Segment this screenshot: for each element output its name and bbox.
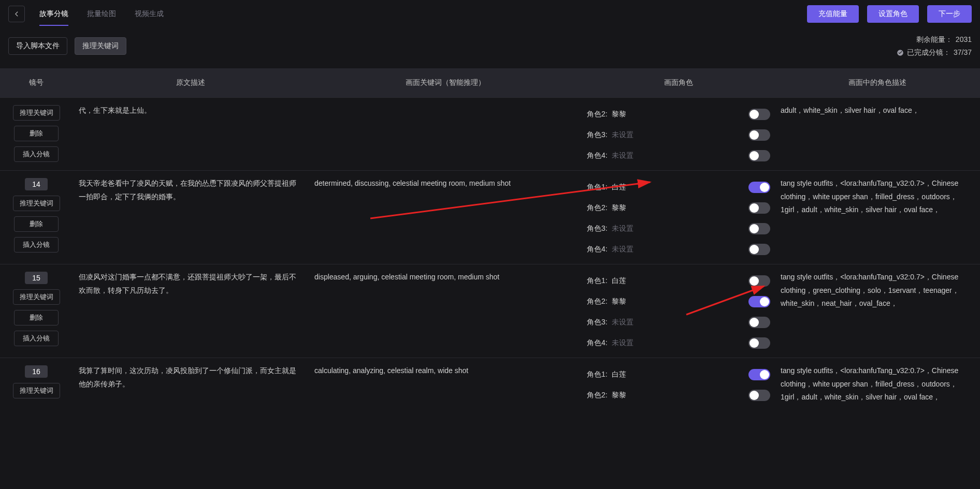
role-label: 角色3: 未设置 [587, 224, 633, 233]
role-description[interactable]: tang style outfits，<lora:hanfuTang_v32:0… [774, 364, 980, 406]
role-toggle[interactable] [748, 369, 770, 380]
role-toggle[interactable] [748, 202, 770, 214]
role-label: 角色4: 未设置 [587, 245, 633, 254]
role-label: 角色1: 白莲 [587, 370, 626, 379]
keywords-text[interactable]: displeased, arguing, celestial meeting r… [308, 271, 583, 353]
row-delete-button[interactable]: 删除 [14, 216, 59, 232]
energy-value: 2031 [956, 33, 972, 46]
next-step-button[interactable]: 下一步 [927, 5, 972, 23]
done-label: 已完成分镜： [907, 46, 950, 59]
table-row: 14推理关键词删除插入分镜我天帝老爸看中了凌风的天赋，在我的怂恿下跟凌风的师父菩… [0, 170, 980, 264]
recharge-button[interactable]: 充值能量 [807, 5, 859, 23]
role-toggle[interactable] [748, 129, 770, 141]
done-value: 37/37 [954, 46, 972, 59]
role-label: 角色2: 黎黎 [587, 297, 626, 306]
role-description[interactable]: tang style outfits，<lora:hanfuTang_v32:0… [774, 177, 980, 260]
role-toggle[interactable] [748, 337, 770, 349]
row-delete-button[interactable]: 删除 [14, 126, 59, 141]
row-insert-button[interactable]: 插入分镜 [14, 146, 59, 162]
role-toggle[interactable] [748, 317, 770, 328]
th-id: 镜号 [0, 78, 73, 87]
th-orig: 原文描述 [73, 78, 308, 87]
check-circle-icon [897, 49, 904, 56]
role-toggle[interactable] [748, 150, 770, 161]
row-infer-button[interactable]: 推理关键词 [13, 105, 60, 121]
role-toggle[interactable] [748, 109, 770, 120]
th-role: 画面角色 [583, 78, 774, 87]
role-label: 角色2: 黎黎 [587, 391, 626, 400]
th-desc: 画面中的角色描述 [774, 78, 980, 87]
row-infer-button[interactable]: 推理关键词 [13, 383, 60, 398]
roles-cell: 角色1: 白莲角色2: 黎黎角色3: 未设置角色4: 未设置 [583, 177, 774, 260]
role-label: 角色2: 黎黎 [587, 203, 626, 213]
role-toggle[interactable] [748, 275, 770, 287]
back-button[interactable] [8, 6, 25, 22]
tab-2[interactable]: 视频生成 [135, 2, 164, 26]
roles-cell: 角色1: 白莲角色2: 黎黎 [583, 364, 774, 406]
role-label: 角色1: 白莲 [587, 276, 626, 286]
roles-cell: 角色1: 白莲角色2: 黎黎角色3: 未设置角色4: 未设置 [583, 271, 774, 353]
role-label: 角色3: 未设置 [587, 318, 633, 327]
import-script-button[interactable]: 导入脚本文件 [8, 37, 67, 55]
role-toggle[interactable] [748, 182, 770, 193]
role-label: 角色1: 白莲 [587, 183, 626, 192]
set-role-button[interactable]: 设置角色 [867, 5, 919, 23]
original-text[interactable]: 但凌风对这门婚事一点都不满意，还跟菩提祖师大吵了一架，最后不欢而散，转身下凡历劫… [73, 271, 308, 353]
role-description[interactable]: adult，white_skin，silver hair，oval face， [774, 104, 980, 166]
keywords-text[interactable] [308, 104, 583, 166]
role-toggle[interactable] [748, 244, 770, 255]
row-insert-button[interactable]: 插入分镜 [14, 237, 59, 253]
original-text[interactable]: 我算了算时间，这次历劫，凌风投胎到了一个修仙门派，而女主就是他的亲传弟子。 [73, 364, 308, 406]
table-row: 15推理关键词删除插入分镜但凌风对这门婚事一点都不满意，还跟菩提祖师大吵了一架，… [0, 264, 980, 358]
role-label: 角色4: 未设置 [587, 338, 633, 348]
tab-0[interactable]: 故事分镜 [39, 2, 68, 26]
row-infer-button[interactable]: 推理关键词 [13, 289, 60, 305]
role-description[interactable]: tang style outfits，<lora:hanfuTang_v32:0… [774, 271, 980, 353]
tab-1[interactable]: 批量绘图 [87, 2, 116, 26]
table-row: 16推理关键词我算了算时间，这次历劫，凌风投胎到了一个修仙门派，而女主就是他的亲… [0, 358, 980, 410]
role-label: 角色2: 黎黎 [587, 110, 626, 119]
table-row: 推理关键词删除插入分镜代，生下来就是上仙。角色2: 黎黎角色3: 未设置角色4:… [0, 97, 980, 170]
role-toggle[interactable] [748, 390, 770, 401]
row-insert-button[interactable]: 插入分镜 [14, 331, 59, 346]
role-toggle[interactable] [748, 223, 770, 234]
th-kw: 画面关键词（智能推理） [308, 78, 583, 87]
shot-number: 16 [25, 365, 48, 378]
shot-number: 14 [25, 178, 48, 190]
row-delete-button[interactable]: 删除 [14, 310, 59, 325]
energy-label: 剩余能量： [916, 33, 953, 46]
original-text[interactable]: 代，生下来就是上仙。 [73, 104, 308, 166]
shot-number: 15 [25, 272, 48, 284]
role-toggle[interactable] [748, 296, 770, 307]
roles-cell: 角色2: 黎黎角色3: 未设置角色4: 未设置 [583, 104, 774, 166]
infer-keywords-button[interactable]: 推理关键词 [75, 37, 126, 55]
keywords-text[interactable]: determined, discussing, celestial meetin… [308, 177, 583, 260]
keywords-text[interactable]: calculating, analyzing, celestial realm,… [308, 364, 583, 406]
original-text[interactable]: 我天帝老爸看中了凌风的天赋，在我的怂恿下跟凌风的师父菩提祖师一拍即合，定下了我俩… [73, 177, 308, 260]
role-label: 角色4: 未设置 [587, 151, 633, 160]
role-label: 角色3: 未设置 [587, 130, 633, 140]
row-infer-button[interactable]: 推理关键词 [13, 196, 60, 211]
chevron-left-icon [13, 10, 20, 18]
